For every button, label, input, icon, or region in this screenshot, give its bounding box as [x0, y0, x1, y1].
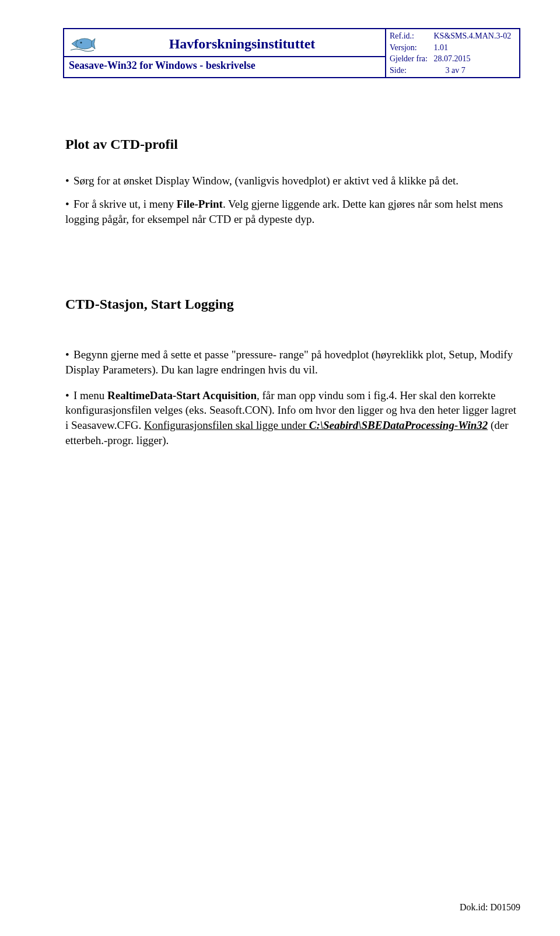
version-value: 1.01 [434, 43, 449, 52]
side-value: 3 av 7 [446, 66, 466, 75]
section2-para2: •I menu RealtimeData-Start Acquisition, … [65, 388, 520, 448]
doc-footer: Dok.id: D01509 [460, 902, 520, 913]
doc-meta: Ref.id.: KS&SMS.4.MAN.3-02 Versjon: 1.01… [386, 29, 519, 77]
svg-point-1 [80, 42, 82, 44]
org-title: Havforskningsinstituttet [104, 36, 380, 52]
svg-point-0 [76, 39, 93, 49]
refid-label: Ref.id.: [390, 30, 432, 42]
doc-header: Havforskningsinstituttet Seasave-Win32 f… [63, 28, 520, 78]
section-heading-plot: Plot av CTD-profil [65, 137, 520, 152]
section2-p2a: I menu [74, 389, 107, 401]
section-heading-ctd: CTD-Stasjon, Start Logging [65, 296, 520, 312]
refid-value: KS&SMS.4.MAN.3-02 [434, 32, 512, 40]
section1-para2: •For å skrive ut, i meny File-Print. Vel… [65, 197, 520, 226]
section1-p1-text: Sørg for at ønsket Display Window, (vanl… [74, 174, 459, 187]
section2-p2b: RealtimeData-Start Acquisition [107, 389, 257, 401]
section2-p2e: C:\Seabird\SBEDataProcessing-Win32 [309, 419, 488, 431]
gjelder-value: 28.07.2015 [434, 54, 471, 63]
section2-p2d: Konfigurasjonsfilen skal ligge under [144, 419, 309, 431]
section2-para1: •Begynn gjerne med å sette et passe "pre… [65, 347, 520, 377]
doc-subtitle: Seasave-Win32 for Windows - beskrivelse [69, 60, 380, 72]
section1-para1: •Sørg for at ønsket Display Window, (van… [65, 173, 520, 188]
doc-body: Plot av CTD-profil •Sørg for at ønsket D… [63, 78, 520, 448]
logo-icon [69, 32, 97, 56]
section1-p2a: For å skrive ut, i meny [74, 198, 177, 210]
section2-p1-text: Begynn gjerne med å sette et passe "pres… [65, 348, 513, 376]
side-label: Side: [390, 65, 432, 76]
version-label: Versjon: [390, 42, 432, 54]
section1-p2b: File-Print [177, 198, 223, 210]
gjelder-label: Gjelder fra: [390, 53, 432, 65]
